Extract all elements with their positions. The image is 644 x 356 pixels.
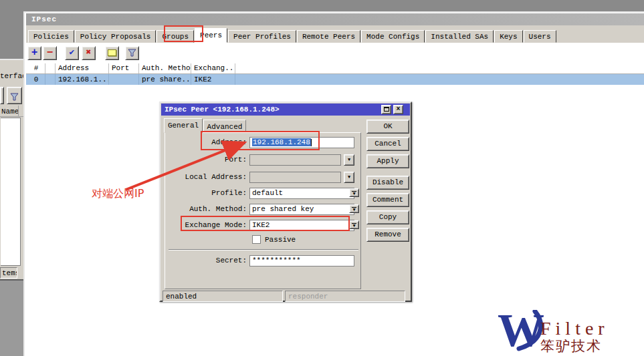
close-button[interactable]: × xyxy=(393,105,403,114)
cell-flags xyxy=(45,74,56,85)
cell-exchange: IKE2 xyxy=(191,74,235,85)
tab-peers[interactable]: Peers xyxy=(195,28,227,43)
port-dropdown-button[interactable]: ▼ xyxy=(344,154,354,166)
comment-icon xyxy=(108,49,116,56)
passive-label: Passive xyxy=(265,236,296,244)
cancel-button[interactable]: Cancel xyxy=(366,137,409,151)
text-caret xyxy=(311,139,312,146)
col-header-flags[interactable] xyxy=(45,63,56,73)
copy-button[interactable]: Copy xyxy=(366,210,409,224)
table-row[interactable]: 0 192.168.1... pre share... IKE2 xyxy=(26,74,644,85)
tab-groups[interactable]: Groups xyxy=(156,30,194,43)
col-header-index[interactable]: # xyxy=(27,63,45,73)
desktop-background xyxy=(0,0,23,59)
local-address-dropdown-button[interactable]: ▼ xyxy=(344,172,354,183)
local-address-input[interactable] xyxy=(249,172,341,183)
address-input[interactable]: 192.168.1.248 xyxy=(249,137,354,148)
auth-method-select[interactable]: pre shared key xyxy=(249,204,354,215)
dialog-tab-advanced[interactable]: Advanced xyxy=(203,120,246,133)
chevron-down-icon: ▼ xyxy=(348,157,350,162)
background-window-title-fragment: terfac xyxy=(0,72,23,80)
col-header-address[interactable]: Address xyxy=(56,63,109,73)
tab-installed-sas[interactable]: Installed SAs xyxy=(425,30,494,43)
disable-button[interactable]: Disable xyxy=(366,176,409,190)
remove-button[interactable]: − xyxy=(43,46,57,60)
screen: terfac Name tems IPsec Policies Policy P… xyxy=(0,0,644,356)
exchange-mode-select[interactable]: IKE2 xyxy=(249,220,354,231)
status-enabled: enabled xyxy=(163,291,283,302)
dialog-tab-general[interactable]: General xyxy=(164,118,203,133)
cell-address: 192.168.1... xyxy=(56,74,109,85)
maximize-icon xyxy=(384,107,389,112)
passive-row: Passive xyxy=(167,234,360,246)
tab-remote-peers[interactable]: Remote Peers xyxy=(297,30,360,43)
close-icon: × xyxy=(396,106,400,113)
disable-button[interactable]: ✖ xyxy=(82,46,96,60)
desktop-background-bottom xyxy=(0,279,23,356)
background-filter-button[interactable] xyxy=(7,87,22,104)
filter-button[interactable] xyxy=(125,46,139,60)
cell-index: 0 xyxy=(27,74,45,85)
enable-button[interactable]: ✔ xyxy=(65,46,79,60)
profile-select[interactable]: default xyxy=(249,188,354,199)
chevron-down-icon: ▼ xyxy=(348,174,350,180)
cell-port xyxy=(109,74,139,85)
tab-peer-profiles[interactable]: Peer Profiles xyxy=(228,30,296,43)
remove-button[interactable]: Remove xyxy=(366,228,409,242)
passive-checkbox[interactable] xyxy=(252,235,261,244)
filter-icon xyxy=(10,93,19,102)
chevron-down-icon: ▼ xyxy=(350,192,358,196)
col-header-exchange[interactable]: Exchang... xyxy=(191,63,235,73)
ipsec-tab-bar: Policies Policy Proposals Groups Peers P… xyxy=(26,25,644,43)
profile-combo-button[interactable]: ▼ xyxy=(349,188,359,197)
tab-policy-proposals[interactable]: Policy Proposals xyxy=(75,30,156,43)
exchange-mode-label: Exchange Mode: xyxy=(167,221,247,229)
cell-auth: pre share... xyxy=(139,74,191,85)
column-divider xyxy=(18,106,19,117)
add-button[interactable]: + xyxy=(27,46,41,60)
apply-button[interactable]: Apply xyxy=(366,154,409,168)
dialog-titlebar[interactable]: IPsec Peer <192.168.1.248> xyxy=(161,104,410,116)
port-row: Port: ▼ xyxy=(167,154,360,166)
dialog-title: IPsec Peer <192.168.1.248> xyxy=(165,106,280,114)
secret-input[interactable]: *********** xyxy=(249,255,354,266)
annotation-peer-ip-text: 对端公网IP xyxy=(92,187,144,201)
auth-method-label: Auth. Method: xyxy=(167,205,247,213)
tab-policies[interactable]: Policies xyxy=(28,30,74,43)
window-titlebar[interactable]: IPsec xyxy=(26,13,644,25)
logo-subtitle-text: 笨驴技术 xyxy=(540,337,602,355)
auth-method-combo-button[interactable]: ▼ xyxy=(349,204,359,213)
comment-button[interactable] xyxy=(105,46,119,60)
background-items-status: tems xyxy=(0,267,17,279)
comment-button[interactable]: Comment xyxy=(366,193,409,207)
background-name-column-header[interactable]: Name xyxy=(0,106,23,117)
tab-users[interactable]: Users xyxy=(524,30,556,43)
local-address-label: Local Address: xyxy=(167,173,247,181)
col-header-auth[interactable]: Auth. Method xyxy=(139,63,191,73)
secret-row: Secret: *********** xyxy=(167,255,360,266)
auth-method-row: Auth. Method: pre shared key ▼ xyxy=(167,204,360,215)
window-title: IPsec xyxy=(31,15,57,23)
port-input[interactable] xyxy=(249,154,341,166)
selected-text: 192.168.1.248 xyxy=(252,138,311,146)
toolbar: + − ✔ ✖ xyxy=(26,43,644,63)
tab-keys[interactable]: Keys xyxy=(494,30,522,43)
local-address-row: Local Address: ▼ xyxy=(167,172,360,183)
secret-label: Secret: xyxy=(167,256,247,264)
col-header-port[interactable]: Port xyxy=(109,63,139,73)
ok-button[interactable]: OK xyxy=(366,120,409,134)
chevron-down-icon: ▼ xyxy=(350,224,358,228)
background-list-area xyxy=(1,118,21,266)
chevron-down-icon: ▼ xyxy=(350,208,358,212)
background-window-strip: terfac Name tems xyxy=(0,59,23,279)
tab-mode-configs[interactable]: Mode Configs xyxy=(361,30,425,43)
address-row: Address: 192.168.1.248 xyxy=(167,137,360,148)
ipsec-peer-dialog: IPsec Peer <192.168.1.248> × General Adv… xyxy=(159,102,412,302)
filter-icon xyxy=(128,49,136,57)
exchange-mode-combo-button[interactable]: ▼ xyxy=(349,220,359,229)
background-toolbar-button-partial[interactable] xyxy=(0,87,4,104)
table-header: # Address Port Auth. Method Exchang... xyxy=(26,63,644,74)
profile-row: Profile: default ▼ xyxy=(167,188,360,199)
wfilter-logo: W Filter 笨驴技术 xyxy=(495,309,642,356)
maximize-button[interactable] xyxy=(381,105,391,114)
